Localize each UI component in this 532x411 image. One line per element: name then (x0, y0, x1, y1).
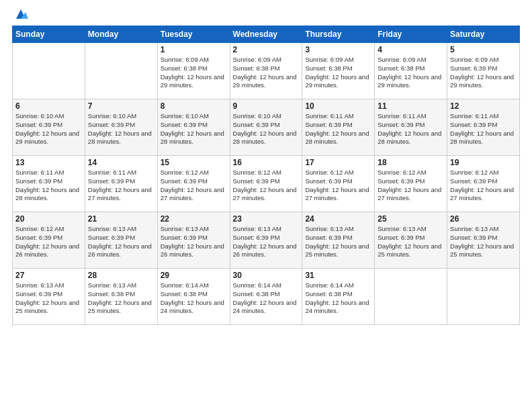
day-number: 31 (305, 271, 371, 280)
calendar-day-cell: 28Sunrise: 6:13 AM Sunset: 6:38 PM Dayli… (85, 269, 157, 325)
day-info: Sunrise: 6:09 AM Sunset: 6:39 PM Dayligh… (450, 56, 517, 90)
day-number: 2 (233, 45, 300, 54)
calendar-day-cell: 10Sunrise: 6:11 AM Sunset: 6:39 PM Dayli… (302, 99, 375, 156)
day-info: Sunrise: 6:11 AM Sunset: 6:39 PM Dayligh… (305, 112, 371, 146)
calendar-day-cell: 6Sunrise: 6:10 AM Sunset: 6:39 PM Daylig… (13, 99, 85, 156)
day-info: Sunrise: 6:10 AM Sunset: 6:39 PM Dayligh… (233, 112, 300, 146)
day-info: Sunrise: 6:14 AM Sunset: 6:38 PM Dayligh… (233, 281, 300, 316)
logo (12, 7, 28, 21)
day-number: 8 (161, 101, 227, 111)
day-number: 24 (305, 214, 371, 224)
calendar-day-cell (85, 43, 157, 99)
day-info: Sunrise: 6:13 AM Sunset: 6:39 PM Dayligh… (305, 225, 371, 259)
day-number: 29 (161, 271, 227, 280)
day-number: 5 (450, 45, 517, 54)
calendar-day-cell: 2Sunrise: 6:09 AM Sunset: 6:38 PM Daylig… (230, 43, 302, 99)
calendar-day-cell: 27Sunrise: 6:13 AM Sunset: 6:39 PM Dayli… (13, 269, 85, 325)
day-info: Sunrise: 6:11 AM Sunset: 6:39 PM Dayligh… (450, 112, 517, 146)
day-info: Sunrise: 6:09 AM Sunset: 6:38 PM Dayligh… (161, 56, 227, 90)
day-number: 11 (378, 101, 444, 111)
day-info: Sunrise: 6:11 AM Sunset: 6:39 PM Dayligh… (15, 169, 82, 203)
calendar-week-row: 6Sunrise: 6:10 AM Sunset: 6:39 PM Daylig… (13, 99, 520, 156)
weekday-header: Friday (375, 26, 447, 43)
calendar-day-cell: 8Sunrise: 6:10 AM Sunset: 6:39 PM Daylig… (157, 99, 230, 156)
calendar-day-cell: 20Sunrise: 6:12 AM Sunset: 6:39 PM Dayli… (13, 212, 85, 269)
calendar-day-cell: 12Sunrise: 6:11 AM Sunset: 6:39 PM Dayli… (447, 99, 520, 156)
header (12, 7, 520, 21)
calendar-day-cell (375, 269, 447, 325)
calendar-header: SundayMondayTuesdayWednesdayThursdayFrid… (13, 26, 520, 43)
day-info: Sunrise: 6:13 AM Sunset: 6:39 PM Dayligh… (15, 281, 82, 316)
calendar-day-cell: 16Sunrise: 6:12 AM Sunset: 6:39 PM Dayli… (230, 156, 302, 212)
day-number: 3 (305, 45, 371, 54)
day-number: 19 (450, 158, 517, 167)
calendar-week-row: 27Sunrise: 6:13 AM Sunset: 6:39 PM Dayli… (13, 269, 520, 325)
calendar-day-cell: 13Sunrise: 6:11 AM Sunset: 6:39 PM Dayli… (13, 156, 85, 212)
day-number: 1 (161, 45, 227, 54)
page: SundayMondayTuesdayWednesdayThursdayFrid… (0, 0, 532, 411)
weekday-header: Saturday (447, 26, 520, 43)
day-number: 25 (378, 214, 444, 224)
day-number: 18 (378, 158, 444, 167)
calendar-week-row: 13Sunrise: 6:11 AM Sunset: 6:39 PM Dayli… (13, 156, 520, 212)
calendar-week-row: 1Sunrise: 6:09 AM Sunset: 6:38 PM Daylig… (13, 43, 520, 99)
day-info: Sunrise: 6:14 AM Sunset: 6:38 PM Dayligh… (161, 281, 227, 316)
day-number: 22 (161, 214, 227, 224)
day-number: 9 (233, 101, 300, 111)
day-info: Sunrise: 6:10 AM Sunset: 6:39 PM Dayligh… (161, 112, 227, 146)
calendar-day-cell: 3Sunrise: 6:09 AM Sunset: 6:38 PM Daylig… (302, 43, 375, 99)
day-number: 28 (88, 271, 154, 280)
day-info: Sunrise: 6:13 AM Sunset: 6:38 PM Dayligh… (88, 281, 154, 316)
weekday-header: Monday (85, 26, 157, 43)
day-info: Sunrise: 6:12 AM Sunset: 6:39 PM Dayligh… (450, 169, 517, 203)
day-number: 15 (161, 158, 227, 167)
day-info: Sunrise: 6:09 AM Sunset: 6:38 PM Dayligh… (378, 56, 444, 90)
weekday-row: SundayMondayTuesdayWednesdayThursdayFrid… (13, 26, 520, 43)
day-info: Sunrise: 6:12 AM Sunset: 6:39 PM Dayligh… (233, 169, 300, 203)
day-number: 14 (88, 158, 154, 167)
calendar-day-cell: 26Sunrise: 6:13 AM Sunset: 6:39 PM Dayli… (447, 212, 520, 269)
calendar-day-cell: 4Sunrise: 6:09 AM Sunset: 6:38 PM Daylig… (375, 43, 447, 99)
calendar-day-cell: 11Sunrise: 6:11 AM Sunset: 6:39 PM Dayli… (375, 99, 447, 156)
day-info: Sunrise: 6:11 AM Sunset: 6:39 PM Dayligh… (378, 112, 444, 146)
day-info: Sunrise: 6:12 AM Sunset: 6:39 PM Dayligh… (305, 169, 371, 203)
day-info: Sunrise: 6:14 AM Sunset: 6:38 PM Dayligh… (305, 281, 371, 316)
day-number: 16 (233, 158, 300, 167)
day-info: Sunrise: 6:12 AM Sunset: 6:39 PM Dayligh… (161, 169, 227, 203)
day-info: Sunrise: 6:09 AM Sunset: 6:38 PM Dayligh… (305, 56, 371, 90)
day-info: Sunrise: 6:13 AM Sunset: 6:39 PM Dayligh… (233, 225, 300, 259)
day-number: 6 (15, 101, 82, 111)
day-info: Sunrise: 6:10 AM Sunset: 6:39 PM Dayligh… (15, 112, 82, 146)
calendar-day-cell: 14Sunrise: 6:11 AM Sunset: 6:39 PM Dayli… (85, 156, 157, 212)
calendar-day-cell (447, 269, 520, 325)
calendar-day-cell: 30Sunrise: 6:14 AM Sunset: 6:38 PM Dayli… (230, 269, 302, 325)
day-number: 10 (305, 101, 371, 111)
day-info: Sunrise: 6:09 AM Sunset: 6:38 PM Dayligh… (233, 56, 300, 90)
day-info: Sunrise: 6:12 AM Sunset: 6:39 PM Dayligh… (15, 225, 82, 259)
calendar-day-cell: 5Sunrise: 6:09 AM Sunset: 6:39 PM Daylig… (447, 43, 520, 99)
calendar-day-cell: 31Sunrise: 6:14 AM Sunset: 6:38 PM Dayli… (302, 269, 375, 325)
day-number: 7 (88, 101, 154, 111)
day-number: 17 (305, 158, 371, 167)
calendar-table: SundayMondayTuesdayWednesdayThursdayFrid… (12, 26, 520, 325)
day-info: Sunrise: 6:10 AM Sunset: 6:39 PM Dayligh… (88, 112, 154, 146)
calendar-day-cell: 29Sunrise: 6:14 AM Sunset: 6:38 PM Dayli… (157, 269, 230, 325)
day-number: 4 (378, 45, 444, 54)
calendar-day-cell: 25Sunrise: 6:13 AM Sunset: 6:39 PM Dayli… (375, 212, 447, 269)
calendar-day-cell: 22Sunrise: 6:13 AM Sunset: 6:39 PM Dayli… (157, 212, 230, 269)
calendar-day-cell: 17Sunrise: 6:12 AM Sunset: 6:39 PM Dayli… (302, 156, 375, 212)
day-info: Sunrise: 6:13 AM Sunset: 6:39 PM Dayligh… (378, 225, 444, 259)
weekday-header: Thursday (302, 26, 375, 43)
day-info: Sunrise: 6:12 AM Sunset: 6:39 PM Dayligh… (378, 169, 444, 203)
day-number: 13 (15, 158, 82, 167)
calendar-body: 1Sunrise: 6:09 AM Sunset: 6:38 PM Daylig… (13, 43, 520, 325)
day-number: 23 (233, 214, 300, 224)
weekday-header: Wednesday (230, 26, 302, 43)
calendar-day-cell: 24Sunrise: 6:13 AM Sunset: 6:39 PM Dayli… (302, 212, 375, 269)
calendar-day-cell: 1Sunrise: 6:09 AM Sunset: 6:38 PM Daylig… (157, 43, 230, 99)
logo-icon (13, 7, 28, 21)
calendar-day-cell: 23Sunrise: 6:13 AM Sunset: 6:39 PM Dayli… (230, 212, 302, 269)
calendar-day-cell: 19Sunrise: 6:12 AM Sunset: 6:39 PM Dayli… (447, 156, 520, 212)
day-number: 26 (450, 214, 517, 224)
calendar-day-cell: 18Sunrise: 6:12 AM Sunset: 6:39 PM Dayli… (375, 156, 447, 212)
